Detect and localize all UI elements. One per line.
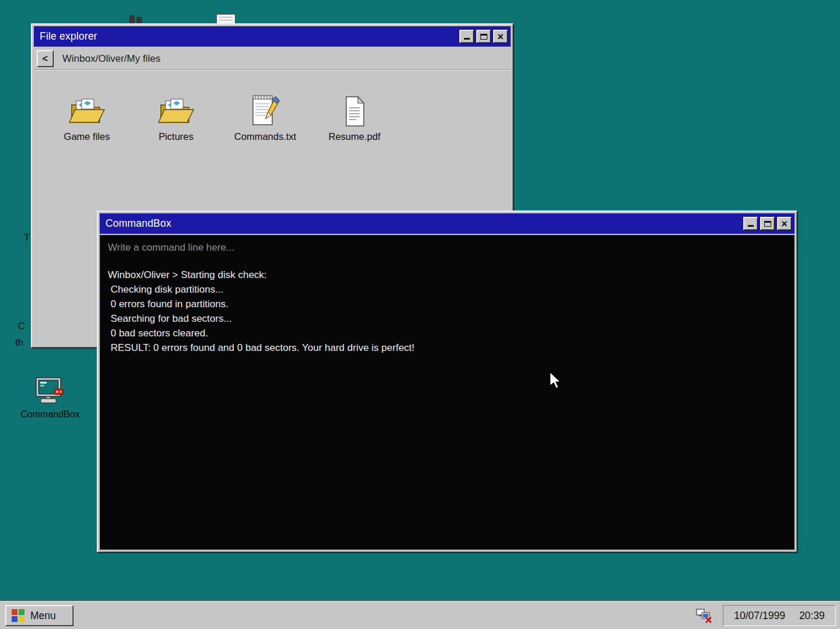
menu-logo-icon bbox=[12, 609, 24, 622]
clock: 10/07/1999 20:39 bbox=[723, 605, 836, 626]
file-label: Resume.pdf bbox=[329, 131, 381, 142]
terminal-line: Checking disk partitions... bbox=[108, 282, 786, 297]
explorer-titlebar[interactable]: File explorer × bbox=[34, 26, 511, 47]
partial-desktop-icon bbox=[216, 14, 236, 23]
path-text: Winbox/Oliver/My files bbox=[62, 53, 160, 65]
folder-icon bbox=[158, 98, 194, 127]
file-list: Game files Pictures bbox=[34, 70, 511, 142]
terminal-output: Winbox/Oliver > Starting disk check: Che… bbox=[108, 268, 786, 355]
mouse-cursor bbox=[549, 371, 563, 391]
document-icon bbox=[342, 96, 367, 127]
maximize-button[interactable] bbox=[760, 217, 775, 230]
minimize-icon bbox=[464, 38, 470, 40]
address-bar: < Winbox/Oliver/My files bbox=[34, 48, 511, 70]
menu-label: Menu bbox=[30, 610, 56, 622]
commandbox-window-title: CommandBox bbox=[106, 217, 741, 230]
close-button[interactable]: × bbox=[493, 30, 508, 43]
partial-desktop-icon bbox=[128, 14, 143, 23]
explorer-window-title: File explorer bbox=[40, 30, 457, 43]
maximize-icon bbox=[480, 34, 487, 40]
command-input[interactable]: Write a command line here... bbox=[108, 240, 786, 255]
close-icon: × bbox=[497, 31, 504, 42]
commandbox-titlebar[interactable]: CommandBox × bbox=[100, 213, 795, 234]
maximize-icon bbox=[764, 221, 771, 227]
minimize-button[interactable] bbox=[459, 30, 474, 43]
clock-date: 10/07/1999 bbox=[734, 610, 785, 622]
network-status-icon[interactable] bbox=[695, 608, 713, 623]
commandbox-monitor-icon bbox=[34, 377, 66, 406]
commandbox-window: CommandBox × Write a command line here..… bbox=[97, 210, 797, 553]
back-button[interactable]: < bbox=[37, 50, 54, 67]
close-button[interactable]: × bbox=[777, 217, 792, 230]
close-icon: × bbox=[781, 219, 788, 229]
clock-time: 20:39 bbox=[799, 610, 825, 622]
file-label: Game files bbox=[64, 131, 110, 142]
file-label: Pictures bbox=[159, 131, 194, 142]
terminal-line: 0 bad sectors cleared. bbox=[108, 326, 786, 340]
file-item-resume-pdf[interactable]: Resume.pdf bbox=[319, 91, 390, 142]
maximize-button[interactable] bbox=[476, 30, 491, 43]
menu-button[interactable]: Menu bbox=[5, 605, 73, 626]
terminal[interactable]: Write a command line here... Winbox/Oliv… bbox=[100, 235, 795, 550]
file-item-pictures[interactable]: Pictures bbox=[140, 91, 212, 142]
folder-icon bbox=[69, 98, 105, 127]
desktop-icon-commandbox[interactable]: CommandBox bbox=[14, 377, 86, 420]
terminal-line: Winbox/Oliver > Starting disk check: bbox=[108, 268, 786, 282]
minimize-icon bbox=[748, 225, 754, 227]
desktop-icon-label: CommandBox bbox=[20, 409, 79, 420]
minimize-button[interactable] bbox=[743, 217, 758, 230]
taskbar: Menu 10/07/1999 20:39 bbox=[0, 601, 840, 629]
back-icon: < bbox=[43, 54, 48, 64]
file-item-game-files[interactable]: Game files bbox=[51, 91, 122, 142]
file-item-commands-txt[interactable]: Commands.txt bbox=[230, 91, 301, 142]
occluded-icon-label: th bbox=[15, 337, 23, 348]
occluded-icon-label: C bbox=[18, 321, 25, 332]
terminal-line: Searching for bad sectors... bbox=[108, 311, 786, 326]
notepad-icon bbox=[250, 93, 280, 127]
occluded-icon-label: T bbox=[24, 232, 30, 243]
terminal-line: RESULT: 0 errors found and 0 bad sectors… bbox=[108, 340, 786, 355]
terminal-line: 0 errors found in partitions. bbox=[108, 297, 786, 311]
file-label: Commands.txt bbox=[234, 131, 296, 142]
